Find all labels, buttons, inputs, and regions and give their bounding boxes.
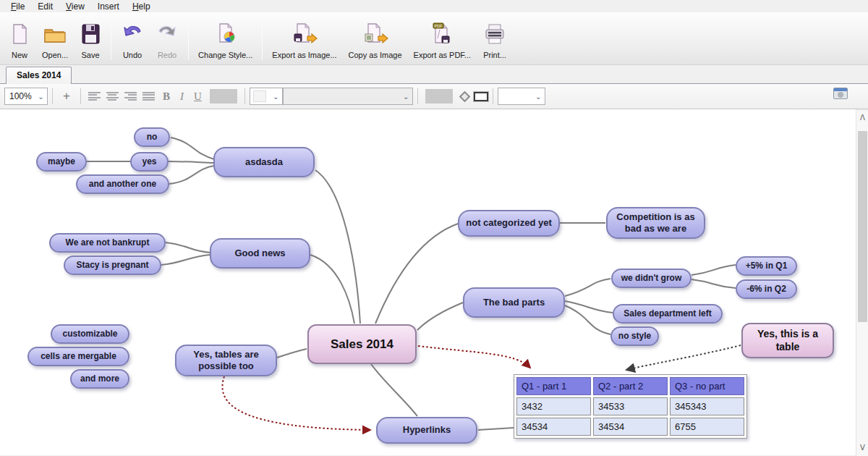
table-cell[interactable]: 3432 [516,397,591,415]
menu-bar: File Edit View Insert Help [0,0,868,12]
export-image-icon [292,22,318,48]
mindmap-node-yes[interactable]: yes [130,152,169,172]
change-style-button-label: Change Style... [198,51,252,59]
table-cell[interactable]: 34533 [593,397,668,415]
underline-button[interactable]: U [189,90,207,103]
window-preview-icon[interactable] [833,88,848,99]
copy-image-button[interactable]: Copy as Image [343,15,408,63]
chevron-down-icon: ⌄ [400,93,412,101]
scroll-up-icon[interactable]: ᐱ [856,112,868,124]
menu-insert[interactable]: Insert [91,1,126,12]
new-button[interactable]: New [3,15,36,63]
export-pdf-icon: PDF [430,22,454,48]
mindmap-node-minus-6-q2[interactable]: -6% in Q2 [736,279,797,299]
mindmap-node-and-more[interactable]: and more [70,369,129,389]
menu-view[interactable]: View [59,1,91,12]
print-icon [482,22,507,48]
mindmap-node-competition[interactable]: Competition is as bad as we are [606,207,705,239]
mindmap-root-node[interactable]: Sales 2014 [307,324,417,364]
scrollbar-thumb[interactable] [858,131,867,322]
mindmap-node-no[interactable]: no [134,127,170,147]
fill-color-swatch[interactable] [425,89,453,104]
redo-button-label: Redo [158,51,176,59]
shape-rectangle-icon[interactable] [474,92,488,101]
save-button-label: Save [82,51,100,59]
export-image-button-label: Export as Image... [272,51,336,59]
table-header-q1[interactable]: Q1 - part 1 [516,377,591,395]
italic-button[interactable]: I [175,90,189,103]
mindmap-node-plus-5-q1[interactable]: +5% in Q1 [736,256,797,276]
redo-button[interactable]: Redo [150,15,184,63]
document-tab-bar: Sales 2014 [0,65,868,84]
print-button[interactable]: Print... [477,15,513,63]
new-button-label: New [12,51,27,59]
mindmap-node-hyperlinks[interactable]: Hyperlinks [376,417,477,444]
align-center-button[interactable] [106,92,119,101]
table-header-q3[interactable]: Q3 - no part [670,377,744,395]
mindmap-node-good-news[interactable]: Good news [210,238,310,269]
mindmap-node-stacy-is-pregnant[interactable]: Stacy is pregnant [64,256,161,275]
change-style-button[interactable]: Change Style... [192,15,258,63]
mindmap-node-and-another-one[interactable]: and another one [76,174,169,194]
format-separator [244,88,245,104]
mindmap-node-tables-possible[interactable]: Yes, tables are possible too [175,345,277,376]
mindmap-table: Q1 - part 1 Q2 - part 2 Q3 - no part 343… [514,374,747,439]
export-pdf-button-label: Export as PDF... [414,51,471,59]
mindmap-node-asdasda[interactable]: asdasda [213,147,315,177]
vertical-scrollbar[interactable]: ᐱ ᐯ [856,111,868,456]
table-cell[interactable]: 345343 [670,397,744,415]
table-cell[interactable]: 6755 [670,418,744,436]
mindmap-node-sales-department-left[interactable]: Sales department left [613,304,723,324]
table-cell[interactable]: 34534 [593,418,668,436]
mindmap-node-yes-this-is-a-table[interactable]: Yes, this is a table [741,323,834,358]
toolbar-separator [188,18,189,60]
font-size-select[interactable]: ⌄ [250,88,283,105]
font-family-select[interactable]: ⌄ [283,88,413,105]
table-header-q2[interactable]: Q2 - part 2 [593,377,668,395]
save-button[interactable]: Save [74,15,107,63]
save-floppy-icon [80,22,101,48]
menu-help[interactable]: Help [126,1,157,12]
table-cell[interactable]: 34534 [516,418,591,436]
mindmap-node-maybe[interactable]: maybe [36,152,87,172]
open-button-label: Open... [42,51,68,59]
export-pdf-button[interactable]: PDF Export as PDF... [408,15,477,63]
mindmap-node-not-categorized-yet[interactable]: not categorized yet [458,210,560,237]
scroll-down-icon[interactable]: ᐯ [856,442,868,455]
chevron-down-icon: ⌄ [35,93,47,101]
mindmap-canvas[interactable]: no maybe yes and another one asdasda We … [0,109,856,455]
change-style-icon [214,22,237,48]
align-right-button[interactable] [124,92,137,101]
undo-icon [121,22,144,48]
font-color-swatch[interactable] [210,89,237,104]
shape-diamond-icon[interactable] [459,90,471,102]
tab-sales-2014[interactable]: Sales 2014 [6,67,72,84]
print-button-label: Print... [483,51,506,59]
line-style-select[interactable]: ⌄ [498,88,545,105]
undo-button-label: Undo [123,51,142,59]
align-justify-button[interactable] [142,92,155,101]
mindmap-node-customizable[interactable]: customizable [51,324,129,344]
align-left-button[interactable] [88,92,101,101]
export-image-button[interactable]: Export as Image... [266,15,342,63]
open-button[interactable]: Open... [36,15,74,63]
font-size-swatch [253,90,266,102]
zoom-value: 100% [9,91,32,101]
zoom-select[interactable]: 100% ⌄ [4,88,48,105]
new-document-icon [9,22,30,48]
mindmap-node-cells-are-mergable[interactable]: cells are mergable [27,347,129,366]
add-node-button[interactable]: + [57,89,76,104]
bold-button[interactable]: B [158,90,175,103]
mindmap-node-we-didnt-grow[interactable]: we didn't grow [611,269,692,288]
mindmap-node-no-style[interactable]: no style [610,326,659,346]
svg-text:PDF: PDF [435,24,443,28]
toolbar-separator [111,18,111,60]
menu-file[interactable]: File [4,1,31,12]
undo-button[interactable]: Undo [115,15,150,63]
mindmap-node-the-bad-parts[interactable]: The bad parts [463,287,565,318]
format-separator [52,88,53,104]
menu-edit[interactable]: Edit [31,1,59,12]
copy-image-button-label: Copy as Image [349,51,402,59]
mindmap-node-we-are-not-bankrupt[interactable]: We are not bankrupt [49,233,166,253]
chevron-down-icon: ⌄ [532,93,545,101]
